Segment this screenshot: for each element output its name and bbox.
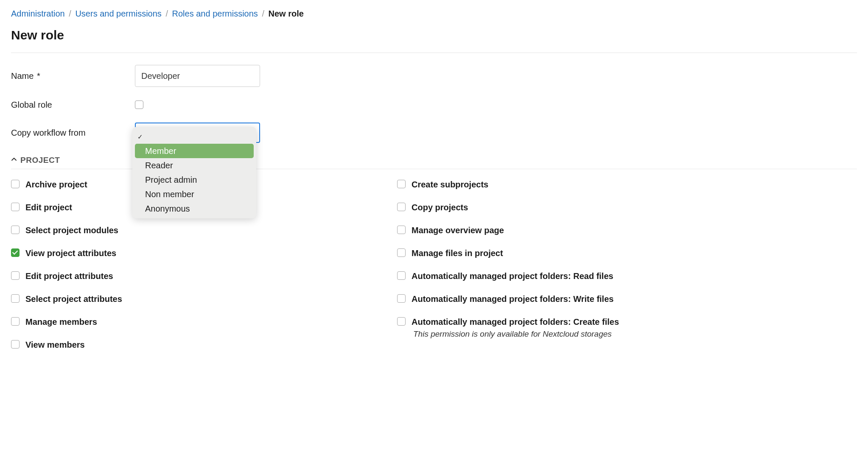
- breadcrumb: Administration / Users and permissions /…: [11, 8, 857, 20]
- perm-edit-project-attributes: Edit project attributes: [11, 270, 380, 282]
- perm-label: Copy projects: [412, 201, 468, 213]
- breadcrumb-separator: /: [262, 9, 264, 18]
- chevron-up-icon: [11, 156, 17, 165]
- dropdown-option-anonymous[interactable]: Anonymous: [135, 201, 254, 216]
- dropdown-option-project-admin[interactable]: Project admin: [135, 173, 254, 187]
- breadcrumb-separator: /: [165, 9, 168, 18]
- perm-label: Automatically managed project folders: R…: [412, 270, 613, 282]
- perm-checkbox[interactable]: [11, 248, 20, 257]
- name-input[interactable]: [135, 65, 260, 87]
- breadcrumb-current: New role: [269, 9, 304, 18]
- perm-checkbox[interactable]: [11, 180, 20, 188]
- perm-checkbox[interactable]: [397, 317, 406, 326]
- perm-checkbox[interactable]: [11, 226, 20, 234]
- dropdown-option-reader[interactable]: Reader: [135, 158, 254, 173]
- copy-workflow-dropdown-wrap: ✓ Member Reader Project admin Non member: [135, 123, 260, 143]
- perm-label: Select project modules: [25, 224, 118, 236]
- perm-note: This permission is only available for Ne…: [412, 329, 619, 340]
- perm-checkbox[interactable]: [397, 271, 406, 280]
- global-role-label: Global role: [11, 99, 135, 111]
- perm-checkbox[interactable]: [397, 203, 406, 211]
- perm-manage-overview-page: Manage overview page: [397, 224, 857, 236]
- form-row-copy-workflow: Copy workflow from ✓ Member Reader Proje…: [11, 123, 857, 143]
- perm-checkbox[interactable]: [397, 248, 406, 257]
- perm-label: Edit project: [25, 201, 72, 213]
- perm-checkbox[interactable]: [11, 340, 20, 349]
- perm-select-project-modules: Select project modules: [11, 224, 380, 236]
- perm-manage-members: Manage members: [11, 316, 380, 328]
- dropdown-option-non-member[interactable]: Non member: [135, 187, 254, 201]
- breadcrumb-link-users-permissions[interactable]: Users and permissions: [75, 9, 161, 18]
- perm-folders-create: Automatically managed project folders: C…: [397, 316, 857, 340]
- breadcrumb-link-administration[interactable]: Administration: [11, 9, 65, 18]
- perm-checkbox[interactable]: [11, 317, 20, 326]
- form-row-name: Name *: [11, 65, 857, 87]
- perm-label: Automatically managed project folders: W…: [412, 293, 613, 305]
- permissions-col-right: Create subprojects Copy projects Manage …: [397, 179, 857, 351]
- breadcrumb-link-roles-permissions[interactable]: Roles and permissions: [172, 9, 258, 18]
- dropdown-option-label: Anonymous: [145, 203, 254, 215]
- perm-checkbox[interactable]: [397, 294, 406, 303]
- perm-checkbox[interactable]: [397, 180, 406, 188]
- perm-label: Create subprojects: [412, 179, 488, 190]
- perm-label: Archive project: [25, 179, 87, 190]
- perm-label: Automatically managed project folders: C…: [412, 316, 619, 328]
- required-asterisk: *: [37, 71, 40, 81]
- perm-create-subprojects: Create subprojects: [397, 179, 857, 190]
- breadcrumb-separator: /: [69, 9, 71, 18]
- perm-label: View project attributes: [25, 247, 116, 259]
- perm-copy-projects: Copy projects: [397, 201, 857, 213]
- perm-checkbox[interactable]: [11, 203, 20, 211]
- perm-checkbox[interactable]: [397, 226, 406, 234]
- dropdown-option-label: Member: [145, 145, 254, 157]
- perm-label: Manage files in project: [412, 247, 503, 259]
- section-title: PROJECT: [20, 155, 60, 166]
- perm-label: Select project attributes: [25, 293, 122, 305]
- form-row-global-role: Global role: [11, 99, 857, 111]
- copy-workflow-label: Copy workflow from: [11, 127, 135, 139]
- page-title: New role: [11, 26, 857, 44]
- copy-workflow-dropdown-menu: ✓ Member Reader Project admin Non member: [132, 127, 256, 218]
- perm-folders-write: Automatically managed project folders: W…: [397, 293, 857, 305]
- divider: [11, 53, 857, 53]
- dropdown-option-blank[interactable]: ✓: [135, 129, 254, 144]
- perm-label: Manage overview page: [412, 224, 504, 236]
- perm-folders-read: Automatically managed project folders: R…: [397, 270, 857, 282]
- perm-select-project-attributes: Select project attributes: [11, 293, 380, 305]
- dropdown-option-label: Non member: [145, 188, 254, 200]
- check-icon: ✓: [135, 132, 145, 141]
- name-label: Name *: [11, 70, 135, 82]
- perm-view-project-attributes: View project attributes: [11, 247, 380, 259]
- perm-checkbox[interactable]: [11, 271, 20, 280]
- perm-view-members: View members: [11, 339, 380, 351]
- perm-label: Edit project attributes: [25, 270, 113, 282]
- dropdown-option-label: Reader: [145, 159, 254, 171]
- global-role-checkbox[interactable]: [135, 100, 143, 109]
- dropdown-option-member[interactable]: Member: [135, 144, 254, 158]
- dropdown-option-label: Project admin: [145, 174, 254, 186]
- perm-label: Manage members: [25, 316, 97, 328]
- perm-checkbox[interactable]: [11, 294, 20, 303]
- perm-manage-files: Manage files in project: [397, 247, 857, 259]
- perm-label: View members: [25, 339, 85, 351]
